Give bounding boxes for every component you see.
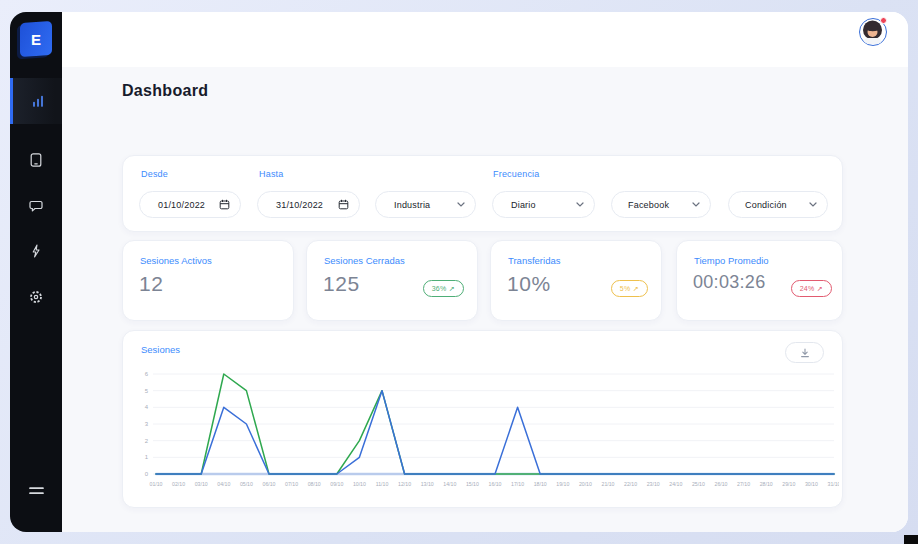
gear-icon: [28, 289, 44, 305]
hasta-date-value: 31/10/2022: [276, 200, 323, 210]
lightning-bolt-icon: [28, 243, 44, 259]
svg-text:5: 5: [145, 388, 149, 394]
chevron-down-icon: [692, 202, 700, 207]
stat-label: Sesiones Cerradas: [324, 255, 405, 266]
svg-text:08/10: 08/10: [308, 481, 321, 487]
trend-up-icon: ↗: [817, 285, 823, 292]
industria-dropdown[interactable]: Industria: [375, 191, 476, 218]
stat-value: 125: [323, 272, 360, 296]
sidebar-item-settings[interactable]: [10, 274, 62, 320]
stat-card-transferidas: Transferidas 10% 5% ↗: [490, 240, 662, 321]
svg-text:6: 6: [145, 371, 149, 377]
svg-text:0: 0: [145, 471, 149, 477]
sidebar-menu-button[interactable]: [10, 479, 62, 503]
industria-value: Industria: [394, 200, 430, 210]
svg-text:11/10: 11/10: [376, 481, 389, 487]
stat-value: 00:03:26: [693, 272, 765, 293]
user-avatar[interactable]: [859, 18, 887, 46]
svg-text:03/10: 03/10: [195, 481, 208, 487]
svg-text:14/10: 14/10: [443, 481, 456, 487]
chat-bubble-icon: [28, 198, 44, 214]
condicion-dropdown[interactable]: Condición: [728, 191, 828, 218]
svg-text:27/10: 27/10: [737, 481, 750, 487]
svg-text:01/10: 01/10: [150, 481, 163, 487]
svg-text:20/10: 20/10: [579, 481, 592, 487]
main-area: Dashboard Desde Hasta Frecuencia 01/10/2…: [62, 67, 908, 532]
svg-text:25/10: 25/10: [692, 481, 705, 487]
stat-card-tiempo-promedio: Tiempo Promedio 00:03:26 24% ↗: [676, 240, 843, 321]
svg-text:28/10: 28/10: [760, 481, 773, 487]
download-icon: [799, 347, 811, 359]
hasta-date-input[interactable]: 31/10/2022: [257, 191, 360, 218]
sidebar: E: [10, 12, 62, 532]
sidebar-item-library[interactable]: [10, 137, 62, 183]
desde-date-value: 01/10/2022: [158, 200, 205, 210]
svg-text:04/10: 04/10: [217, 481, 230, 487]
frecuencia-dropdown[interactable]: Diario: [492, 191, 595, 218]
stat-card-sesiones-activos: Sesiones Activos 12: [122, 240, 294, 321]
canal-value: Facebook: [628, 200, 669, 210]
trend-badge: 36% ↗: [423, 280, 464, 297]
svg-text:19/10: 19/10: [556, 481, 569, 487]
tablet-icon: [28, 152, 44, 168]
chevron-down-icon: [576, 202, 584, 207]
calendar-icon: [338, 199, 349, 210]
canal-dropdown[interactable]: Facebook: [611, 191, 711, 218]
stat-label: Transferidas: [508, 255, 560, 266]
svg-text:16/10: 16/10: [489, 481, 502, 487]
svg-text:22/10: 22/10: [624, 481, 637, 487]
stat-value: 10%: [507, 272, 551, 296]
sidebar-item-chat[interactable]: [10, 183, 62, 229]
svg-text:24/10: 24/10: [669, 481, 682, 487]
topbar: [62, 12, 908, 67]
corner-artifact: [904, 535, 918, 544]
svg-text:13/10: 13/10: [421, 481, 434, 487]
chart-title: Sesiones: [141, 344, 180, 355]
frecuencia-label: Frecuencia: [493, 169, 540, 179]
svg-text:23/10: 23/10: [647, 481, 660, 487]
svg-text:18/10: 18/10: [534, 481, 547, 487]
svg-text:15/10: 15/10: [466, 481, 479, 487]
svg-text:06/10: 06/10: [263, 481, 276, 487]
stat-label: Tiempo Promedio: [694, 255, 769, 266]
hamburger-icon: [29, 487, 44, 495]
stat-card-sesiones-cerradas: Sesiones Cerradas 125 36% ↗: [306, 240, 478, 321]
content-panel: Dashboard Desde Hasta Frecuencia 01/10/2…: [62, 12, 908, 532]
notification-dot: [880, 17, 887, 24]
svg-text:05/10: 05/10: [240, 481, 253, 487]
sessions-chart-svg: 654321001/1002/1003/1004/1005/1006/1007/…: [127, 364, 839, 498]
logo-letter: E: [31, 31, 41, 48]
bar-chart-icon: [30, 93, 46, 109]
desde-date-input[interactable]: 01/10/2022: [139, 191, 241, 218]
frecuencia-value: Diario: [511, 200, 536, 210]
chevron-down-icon: [809, 202, 817, 207]
page-title: Dashboard: [122, 82, 208, 100]
svg-text:21/10: 21/10: [602, 481, 615, 487]
hasta-label: Hasta: [259, 169, 284, 179]
svg-text:1: 1: [145, 454, 149, 460]
trend-badge: 24% ↗: [791, 280, 832, 297]
download-button[interactable]: [785, 342, 824, 363]
trend-up-icon: ↗: [633, 285, 639, 292]
condicion-value: Condición: [745, 200, 787, 210]
sidebar-item-analytics[interactable]: [10, 78, 62, 124]
trend-badge: 5% ↗: [611, 280, 648, 297]
svg-text:02/10: 02/10: [172, 481, 185, 487]
sessions-chart-card: Sesiones 654321001/1002/1003/1004/1005/1…: [122, 330, 843, 508]
svg-text:07/10: 07/10: [285, 481, 298, 487]
svg-text:2: 2: [145, 438, 149, 444]
svg-text:26/10: 26/10: [715, 481, 728, 487]
app-logo[interactable]: E: [20, 21, 52, 57]
trend-up-icon: ↗: [449, 285, 455, 292]
stat-label: Sesiones Activos: [140, 255, 212, 266]
desde-label: Desde: [141, 169, 168, 179]
sidebar-item-automation[interactable]: [10, 228, 62, 274]
svg-text:17/10: 17/10: [511, 481, 524, 487]
svg-text:29/10: 29/10: [782, 481, 795, 487]
svg-text:3: 3: [145, 421, 149, 427]
filters-card: Desde Hasta Frecuencia 01/10/2022 31/10/…: [122, 155, 843, 232]
svg-text:30/10: 30/10: [805, 481, 818, 487]
calendar-icon: [219, 199, 230, 210]
stat-value: 12: [139, 272, 164, 296]
svg-text:4: 4: [145, 404, 149, 410]
